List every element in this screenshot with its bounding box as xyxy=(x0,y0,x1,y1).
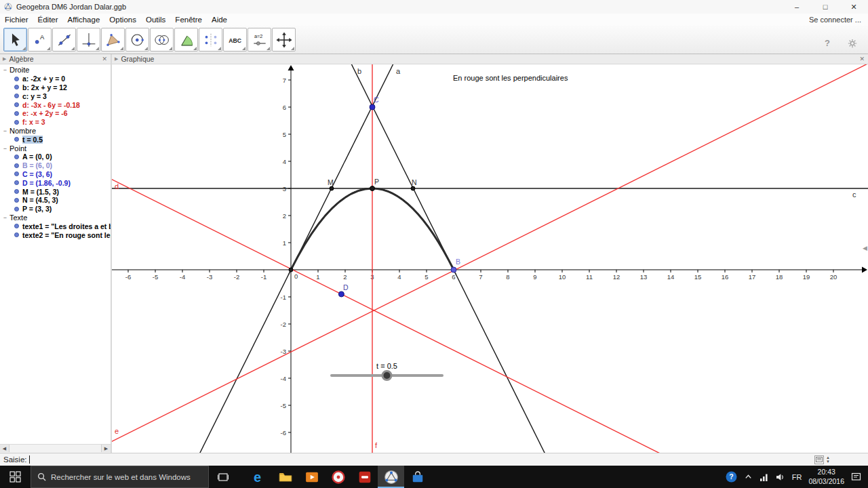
collapse-toggle-icon[interactable]: − xyxy=(2,145,8,152)
algebra-item[interactable]: d: -3x - 6y = -0.18 xyxy=(0,100,111,109)
algebra-item[interactable]: N = (4.5, 3) xyxy=(0,196,111,205)
tool-move[interactable] xyxy=(3,28,27,52)
menu-item[interactable]: Outils xyxy=(141,16,170,24)
taskbar-app-explorer[interactable] xyxy=(272,466,298,488)
scroll-right-icon[interactable]: ▶ xyxy=(101,445,111,452)
point-C[interactable] xyxy=(370,104,375,110)
menu-item[interactable]: Fenêtre xyxy=(170,16,207,24)
point-N[interactable] xyxy=(411,186,415,190)
algebra-item[interactable]: a: -2x + y = 0 xyxy=(0,75,111,83)
menu-item[interactable]: Aide xyxy=(207,16,232,24)
algebra-close-icon[interactable]: ✕ xyxy=(102,56,107,62)
input-spinner[interactable]: ▲▼ xyxy=(826,455,830,464)
algebra-item[interactable]: t = 0.5 xyxy=(0,135,111,144)
algebra-item[interactable]: texte1 = "Les droites a et b xyxy=(0,222,111,230)
collapse-toggle-icon[interactable]: − xyxy=(2,66,8,73)
menu-item[interactable]: Fichier xyxy=(0,16,33,24)
task-view-button[interactable] xyxy=(209,466,237,488)
algebra-item[interactable]: b: 2x + y = 12 xyxy=(0,83,111,92)
tool-line[interactable] xyxy=(52,28,76,52)
help-icon[interactable]: ? xyxy=(825,38,830,48)
algebra-item[interactable]: texte2 = "En rouge sont les xyxy=(0,230,111,239)
menu-item[interactable]: Options xyxy=(104,16,141,24)
keyboard-button[interactable] xyxy=(814,455,824,464)
panel-arrow-icon[interactable]: ▶ xyxy=(3,56,6,62)
visibility-marble-icon[interactable] xyxy=(14,85,19,89)
panel-arrow-icon[interactable]: ▶ xyxy=(115,56,118,62)
visibility-marble-icon[interactable] xyxy=(14,163,19,168)
visibility-marble-icon[interactable] xyxy=(14,232,19,237)
command-input[interactable] xyxy=(30,454,815,466)
visibility-marble-icon[interactable] xyxy=(14,120,19,125)
taskbar-app-video[interactable] xyxy=(298,466,325,488)
taskbar-app-red-app[interactable] xyxy=(351,466,378,488)
visibility-marble-icon[interactable] xyxy=(14,111,19,116)
algebra-group[interactable]: −Droite xyxy=(0,66,111,75)
visibility-marble-icon[interactable] xyxy=(14,189,19,194)
menu-item[interactable]: Éditer xyxy=(33,16,63,24)
volume-icon[interactable] xyxy=(776,472,785,482)
visibility-marble-icon[interactable] xyxy=(14,77,19,81)
slider-knob[interactable] xyxy=(382,371,391,380)
menu-item[interactable]: Affichage xyxy=(63,16,105,24)
algebra-scrollbar[interactable]: ◀ ▶ xyxy=(0,444,111,453)
taskbar-search[interactable]: Rechercher sur le web et dans Windows xyxy=(31,466,209,488)
algebra-item[interactable]: A = (0, 0) xyxy=(0,152,111,161)
tool-point[interactable]: A xyxy=(28,28,52,52)
tool-slider[interactable]: a=2 xyxy=(248,28,271,52)
graphics-close-icon[interactable]: ✕ xyxy=(859,56,865,62)
algebra-item[interactable]: f: x = 3 xyxy=(0,118,111,127)
visibility-marble-icon[interactable] xyxy=(14,94,19,98)
graphics-panel[interactable]: -6-5-4-3-2-11234567891011121314151617181… xyxy=(112,64,868,453)
algebra-group[interactable]: −Nombre xyxy=(0,127,111,136)
point-M[interactable] xyxy=(330,186,334,190)
taskbar-app-geogebra[interactable] xyxy=(378,466,404,488)
visibility-marble-icon[interactable] xyxy=(14,224,19,228)
language-indicator[interactable]: FR xyxy=(792,473,802,481)
algebra-group[interactable]: −Point xyxy=(0,144,111,152)
collapse-toggle-icon[interactable]: − xyxy=(2,214,8,221)
tool-polygon[interactable] xyxy=(101,28,125,52)
visibility-marble-icon[interactable] xyxy=(14,198,19,203)
algebra-group[interactable]: −Texte xyxy=(0,214,111,222)
taskbar-app-media[interactable] xyxy=(325,466,351,488)
visibility-marble-icon[interactable] xyxy=(14,180,19,185)
tool-move-view[interactable] xyxy=(272,28,296,52)
algebra-item[interactable]: P = (3, 3) xyxy=(0,205,111,214)
point-P[interactable] xyxy=(370,186,375,191)
algebra-item[interactable]: e: -x + 2y = -6 xyxy=(0,109,111,118)
algebra-item[interactable]: C = (3, 6) xyxy=(0,170,111,179)
network-icon[interactable] xyxy=(760,472,769,482)
point-B[interactable] xyxy=(451,267,456,272)
tool-transform[interactable] xyxy=(199,28,222,52)
sidebar-collapse-icon[interactable]: ◀ xyxy=(863,245,867,251)
graph-line-d[interactable] xyxy=(112,177,868,453)
tool-circle[interactable] xyxy=(125,28,149,52)
algebra-item[interactable]: M = (1.5, 3) xyxy=(0,187,111,196)
help-circle-icon[interactable]: ? xyxy=(726,471,737,483)
chevron-up-icon[interactable] xyxy=(744,472,753,481)
graph-canvas[interactable]: -6-5-4-3-2-11234567891011121314151617181… xyxy=(112,64,868,453)
action-center-icon[interactable] xyxy=(851,472,861,482)
clock[interactable]: 20:4308/03/2016 xyxy=(808,468,844,485)
minimize-button[interactable]: – xyxy=(783,0,811,14)
spinner-down-icon[interactable]: ▼ xyxy=(826,460,830,464)
algebra-item[interactable]: D = (1.86, -0.9) xyxy=(0,178,111,187)
tool-angle[interactable] xyxy=(174,28,198,52)
visibility-marble-icon[interactable] xyxy=(14,155,19,159)
close-button[interactable]: ✕ xyxy=(840,0,868,14)
collapse-toggle-icon[interactable]: − xyxy=(2,127,8,134)
algebra-item[interactable]: B = (6, 0) xyxy=(0,161,111,170)
point-D[interactable] xyxy=(338,291,344,297)
taskbar-app-edge[interactable]: e xyxy=(245,466,272,488)
tool-text[interactable]: ABC xyxy=(223,28,247,52)
scroll-left-icon[interactable]: ◀ xyxy=(0,445,9,452)
tool-conic[interactable] xyxy=(150,28,174,52)
graph-text-annotation[interactable]: En rouge sont les perpendiculaires xyxy=(453,74,568,82)
start-button[interactable] xyxy=(0,466,31,488)
maximize-button[interactable]: □ xyxy=(811,0,840,14)
visibility-marble-icon[interactable] xyxy=(14,102,19,107)
visibility-marble-icon[interactable] xyxy=(14,207,19,211)
taskbar-app-store[interactable] xyxy=(404,466,431,488)
graph-line-e[interactable] xyxy=(112,64,868,444)
